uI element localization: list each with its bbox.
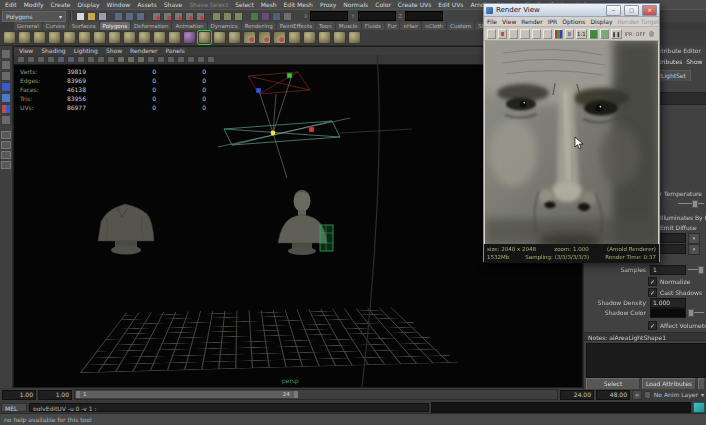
notes-textarea[interactable] bbox=[586, 343, 706, 378]
playback-end-field[interactable]: 24.00 bbox=[560, 390, 594, 400]
bust-left[interactable] bbox=[98, 204, 154, 255]
four-pane-layout-icon[interactable] bbox=[1, 151, 11, 159]
snap-to-curve-icon[interactable] bbox=[163, 12, 172, 21]
coord-z-field[interactable] bbox=[405, 11, 443, 21]
poly-cone-icon[interactable] bbox=[48, 31, 61, 44]
output-connections-icon[interactable] bbox=[234, 12, 243, 21]
menu-edit-mesh[interactable]: Edit Mesh bbox=[284, 0, 313, 9]
stop-render-icon[interactable] bbox=[647, 29, 656, 39]
menu-shave[interactable]: Shave bbox=[164, 0, 183, 9]
shadow-color-swatch[interactable] bbox=[650, 308, 686, 318]
combine-icon[interactable] bbox=[243, 31, 256, 44]
menu-window[interactable]: Window bbox=[107, 0, 131, 9]
fill-hole-icon[interactable] bbox=[333, 31, 346, 44]
rv-menu-render[interactable]: Render bbox=[521, 17, 542, 26]
shelf-tab-ncloth[interactable]: nCloth bbox=[422, 22, 446, 30]
backdrop-curve[interactable] bbox=[362, 55, 379, 387]
load-attributes-button[interactable]: Load Attributes bbox=[642, 378, 696, 389]
selected-object-wireframe[interactable] bbox=[320, 225, 333, 251]
select-button[interactable]: Select bbox=[586, 378, 640, 389]
menu-display[interactable]: Display bbox=[77, 0, 99, 9]
render-current-frame-icon[interactable] bbox=[487, 29, 496, 39]
persp-outliner-layout-icon[interactable] bbox=[1, 161, 11, 169]
shelf-tab-curves[interactable]: Curves bbox=[43, 22, 68, 30]
render-view-window[interactable]: Render View ─ □ ✕ FileViewRenderIPROptio… bbox=[483, 3, 660, 262]
mirror-icon[interactable] bbox=[228, 31, 241, 44]
pan-zoom-icon[interactable] bbox=[543, 29, 552, 39]
range-start-field[interactable]: 1.00 bbox=[2, 390, 36, 400]
menu-modify[interactable]: Modify bbox=[24, 0, 44, 9]
menu-edit[interactable]: Edit bbox=[5, 0, 17, 9]
snap-to-projected-center-icon[interactable] bbox=[185, 12, 194, 21]
lasso-tool-icon[interactable] bbox=[1, 60, 11, 70]
poly-pyramid-icon[interactable] bbox=[108, 31, 121, 44]
shelf-tab-rendering[interactable]: Rendering bbox=[242, 22, 276, 30]
shadow-color-slider[interactable] bbox=[688, 308, 704, 316]
last-tool-icon[interactable] bbox=[1, 115, 11, 125]
manipulator-center-handle[interactable] bbox=[271, 131, 276, 136]
red-axis-handle[interactable] bbox=[309, 127, 314, 132]
rv-menu-render-target[interactable]: Render Target bbox=[618, 17, 659, 26]
snap-to-point-icon[interactable] bbox=[174, 12, 183, 21]
render-region-icon[interactable] bbox=[509, 29, 518, 39]
script-editor-icon[interactable] bbox=[693, 402, 705, 413]
select-by-hierarchy-icon[interactable] bbox=[114, 12, 123, 21]
shelf-tab-fur[interactable]: Fur bbox=[385, 22, 400, 30]
shelf-tab-muscle[interactable]: Muscle bbox=[336, 22, 361, 30]
construction-history-icon[interactable] bbox=[250, 12, 259, 21]
shelf-tab-custom[interactable]: Custom bbox=[447, 22, 474, 30]
ipr-render-icon[interactable] bbox=[520, 29, 529, 39]
character-set-menu-icon[interactable]: ≡ bbox=[632, 390, 642, 400]
menu-create[interactable]: Create bbox=[51, 0, 71, 9]
rotate-tool-icon[interactable] bbox=[1, 93, 11, 103]
area-light-rig[interactable] bbox=[218, 72, 412, 178]
poly-pipe-icon[interactable] bbox=[123, 31, 136, 44]
smooth-icon[interactable] bbox=[183, 31, 196, 44]
move-tool-icon[interactable] bbox=[1, 82, 11, 92]
snap-to-view-plane-icon[interactable] bbox=[196, 12, 205, 21]
reduce-icon[interactable] bbox=[348, 31, 361, 44]
color-temperature-slider[interactable] bbox=[678, 199, 704, 207]
alpha-channel-icon[interactable] bbox=[565, 29, 574, 39]
shelf-tab-deformation[interactable]: Deformation bbox=[131, 22, 171, 30]
poly-prism-icon[interactable] bbox=[93, 31, 106, 44]
coord-y-field[interactable] bbox=[358, 11, 396, 21]
snap-to-grid-icon[interactable] bbox=[152, 12, 161, 21]
affect-volumetrics-checkbox[interactable] bbox=[648, 321, 657, 330]
booleans-icon[interactable] bbox=[288, 31, 301, 44]
keep-image-icon[interactable] bbox=[589, 29, 598, 39]
menu-mesh[interactable]: Mesh bbox=[261, 0, 277, 9]
crease-tool-icon[interactable] bbox=[213, 31, 226, 44]
blue-axis-handle[interactable] bbox=[256, 88, 261, 93]
maximize-button[interactable]: □ bbox=[624, 5, 639, 16]
shelf-tab-toon[interactable]: Toon bbox=[316, 22, 335, 30]
render-settings-icon[interactable] bbox=[283, 12, 292, 21]
chevron-down-icon[interactable] bbox=[688, 233, 700, 244]
normalize-checkbox[interactable] bbox=[648, 277, 657, 286]
menu-color[interactable]: Color bbox=[375, 0, 391, 9]
render-current-frame-icon[interactable] bbox=[261, 12, 270, 21]
coord-x-field[interactable] bbox=[310, 11, 348, 21]
remove-image-icon[interactable] bbox=[600, 29, 609, 39]
rv-menu-ipr[interactable]: IPR bbox=[548, 17, 558, 26]
poly-cube-icon[interactable] bbox=[18, 31, 31, 44]
copy-tab-button[interactable] bbox=[698, 378, 705, 389]
rv-menu-options[interactable]: Options bbox=[562, 17, 585, 26]
poly-helix-icon[interactable] bbox=[138, 31, 151, 44]
range-slider[interactable]: 1 24 bbox=[74, 389, 558, 400]
samples-field[interactable]: 1 bbox=[650, 265, 686, 275]
menu-create-uvs[interactable]: Create UVs bbox=[398, 0, 431, 9]
close-button[interactable]: ✕ bbox=[642, 5, 657, 16]
poly-sphere-icon[interactable] bbox=[3, 31, 16, 44]
cast-shadows-checkbox[interactable] bbox=[648, 288, 657, 297]
shadow-density-field[interactable]: 1.000 bbox=[650, 298, 686, 308]
rv-menu-view[interactable]: View bbox=[502, 17, 516, 26]
anim-layer-selector[interactable]: No Anim Layer ▾ bbox=[644, 391, 704, 399]
redo-previous-render-icon[interactable] bbox=[498, 29, 507, 39]
command-line-input[interactable]: polyEditUV -u 0 -v 1 ; bbox=[29, 403, 429, 412]
open-scene-icon[interactable] bbox=[87, 12, 96, 21]
triangulate-icon[interactable] bbox=[303, 31, 316, 44]
quadrangulate-icon[interactable] bbox=[318, 31, 331, 44]
menu-normals[interactable]: Normals bbox=[343, 0, 368, 9]
menu-assets[interactable]: Assets bbox=[137, 0, 157, 9]
